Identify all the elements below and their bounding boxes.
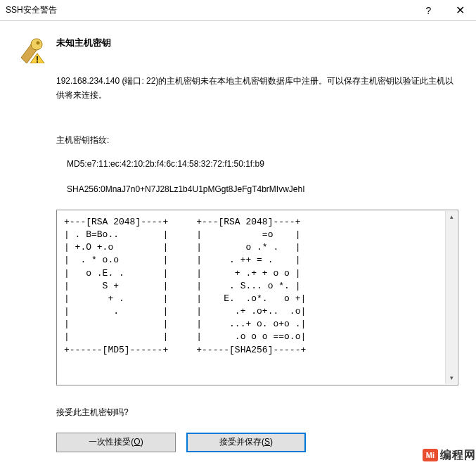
watermark-badge: Mi [423,449,438,461]
titlebar-buttons: ? ✕ [413,0,476,20]
header-row: ! 未知主机密钥 [18,35,458,63]
randomart-md5: +---[RSA 2048]----+ | . B=Bo.. | | +.O +… [64,216,168,379]
scroll-up-icon[interactable]: ▴ [446,211,457,223]
md5-fingerprint: MD5:e7:11:ec:42:10:2b:f4:6c:14:58:32:72:… [67,159,458,169]
fingerprint-label: 主机密钥指纹: [56,134,458,146]
accept-once-label: 一次性接受(O) [89,436,143,448]
close-button[interactable]: ✕ [444,0,476,20]
svg-point-1 [37,42,40,45]
dialog-heading: 未知主机密钥 [56,35,111,49]
accept-save-button[interactable]: 接受并保存(S) [186,433,306,452]
randomart-box: +---[RSA 2048]----+ | . B=Bo.. | | +.O +… [56,210,458,385]
svg-text:!: ! [36,55,39,63]
watermark-text: 编程网 [440,448,476,463]
confirm-question: 接受此主机密钥吗? [56,407,458,419]
titlebar: SSH安全警告 ? ✕ [0,0,476,21]
dialog-content: ! 未知主机密钥 192.168.234.140 (端口: 22)的主机密钥未在… [0,21,476,463]
watermark: Mi 编程网 [423,448,476,463]
action-buttons: 一次性接受(O) 接受并保存(S) [56,433,458,452]
help-button[interactable]: ? [413,0,444,20]
window-title: SSH安全警告 [6,4,413,16]
scrollbar[interactable]: ▴ ▾ [445,211,457,384]
accept-save-label: 接受并保存(S) [219,436,273,448]
randomart-sha256: +---[RSA 2048]----+ | =o | | o .* . | | … [196,216,306,379]
key-warning-icon: ! [18,35,46,63]
scroll-down-icon[interactable]: ▾ [446,372,457,384]
body-message: 192.168.234.140 (端口: 22)的主机密钥未在本地主机密钥数据库… [56,74,458,103]
accept-once-button[interactable]: 一次性接受(O) [56,433,176,452]
sha256-fingerprint: SHA256:0MnaJ7n0+N7J28Lz1b4U1pMGgt8JeFgT4… [67,184,458,194]
svg-point-0 [31,39,42,50]
